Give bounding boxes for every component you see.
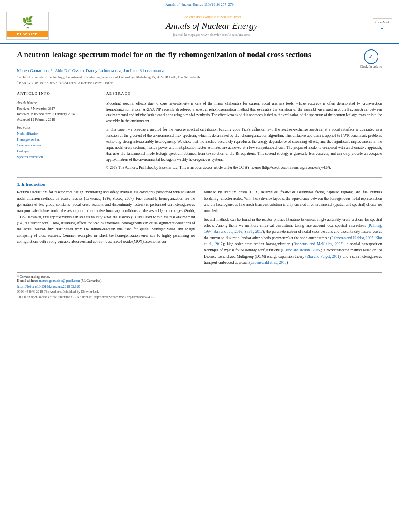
tree-icon: 🌿 — [22, 17, 33, 26]
sciencedirect-label: Contents lists available at ScienceDirec… — [51, 15, 372, 19]
title-row: A neutron-leakage spectrum model for on-… — [17, 49, 382, 68]
keyword-4: Leakage — [17, 148, 97, 154]
abstract-col: Abstract Modeling spectral effects due t… — [106, 92, 382, 174]
article-info-col: Article Info Article history: Received 7… — [17, 92, 97, 174]
abstract-heading: Abstract — [106, 92, 382, 96]
affiliation-a: a a Delft University of Technology, Depa… — [17, 74, 382, 79]
keyword-2: Homogenization — [17, 137, 97, 142]
info-divider — [17, 98, 97, 98]
intro-heading: 1. Introduction — [17, 182, 382, 187]
intro-right-text: rounded by uranium oxide (UOX) assemblie… — [204, 189, 382, 214]
header-divider — [17, 88, 382, 88]
intro-right-text-2: Several methods can be found in the reac… — [204, 217, 382, 266]
keywords-label: Keywords: — [17, 125, 97, 129]
section-divider — [17, 177, 382, 178]
authors-line: Matteo Gamarino a,*, Aldo Dall'Osso b, D… — [17, 68, 382, 73]
intro-left-col: Routine calculations for reactor core de… — [17, 189, 195, 268]
abstract-text: Modeling spectral effects due to core he… — [106, 101, 382, 171]
footnote-section: * Corresponding author. E-mail address: … — [17, 272, 382, 299]
affiliation-b: b b AREVA NP, Tour AREVA, 92084 Paris La… — [17, 80, 382, 85]
article-info-heading: Article Info — [17, 92, 97, 96]
main-content: A neutron-leakage spectrum model for on-… — [0, 44, 399, 303]
info-abstract-section: Article Info Article history: Received 7… — [17, 92, 382, 174]
introduction-section: 1. Introduction Routine calculations for… — [17, 182, 382, 268]
abstract-divider — [106, 98, 382, 98]
check-updates-icon: ✓ — [364, 49, 378, 64]
journal-header: 🌿 ⚖ ELSEVIER Contents lists available at… — [0, 8, 399, 44]
elsevier-logo: 🌿 ⚖ ELSEVIER — [6, 12, 51, 40]
sciencedirect-name: ScienceDirect — [220, 15, 241, 19]
keyword-5: Spectral correction — [17, 154, 97, 160]
keyword-3: Core environment — [17, 142, 97, 148]
intro-body: Routine calculations for reactor core de… — [17, 189, 382, 268]
abstract-para-1: Modeling spectral effects due to core he… — [106, 101, 382, 125]
journal-title: Annals of Nuclear Energy — [51, 21, 372, 31]
received-date: Received 7 November 2017 Received in rev… — [17, 106, 97, 123]
journal-center: Contents lists available at ScienceDirec… — [51, 15, 372, 37]
journal-url: journal homepage: www.elsevier.com/locat… — [51, 33, 372, 37]
email-address: matteo.gamarino@gmail.com — [39, 279, 80, 283]
citation-text: Annals of Nuclear Energy 116 (2018) 257–… — [165, 2, 233, 6]
intro-left-text: Routine calculations for reactor core de… — [17, 189, 195, 245]
article-title-text: A neutron-leakage spectrum model for on-… — [17, 49, 360, 60]
email-line: E-mail address: matteo.gamarino@gmail.co… — [17, 279, 382, 283]
keyword-1: Nodal diffusion — [17, 131, 97, 136]
corresponding-author: * Corresponding author. — [17, 275, 382, 279]
check-for-updates: ✓ Check for updates — [360, 49, 382, 68]
article-title: A neutron-leakage spectrum model for on-… — [17, 49, 360, 64]
intro-right-col: rounded by uranium oxide (UOX) assemblie… — [204, 189, 382, 268]
elsevier-wordmark: ELSEVIER — [7, 31, 48, 37]
check-badge: CrossMark ✓ — [372, 18, 393, 33]
doi-link: https://doi.org/10.1016/j.anucene.2018.0… — [17, 284, 382, 288]
abstract-para-2: In this paper, we propose a method for t… — [106, 127, 382, 162]
history-label: Article history: — [17, 101, 97, 105]
open-access-text: This is an open access article under the… — [17, 295, 382, 299]
abstract-para-3: © 2018 The Authors. Published by Elsevie… — [106, 165, 382, 171]
issn-text: 0306-4549/© 2018 The Authors. Published … — [17, 290, 382, 294]
citation-bar: Annals of Nuclear Energy 116 (2018) 257–… — [0, 0, 399, 8]
